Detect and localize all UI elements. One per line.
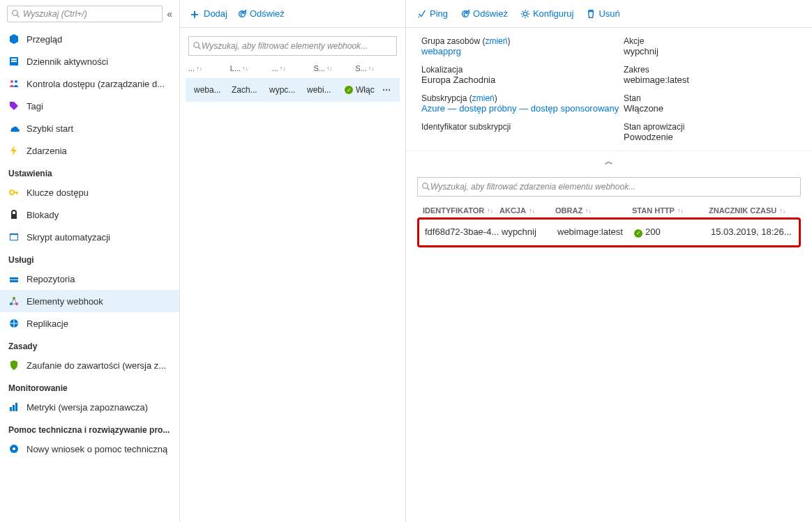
- actions-value: wypchnij: [624, 46, 797, 56]
- nav-content-trust[interactable]: Zaufanie do zawartości (wersja z...: [0, 354, 179, 376]
- section-services: Usługi: [0, 248, 179, 268]
- event-image: webimage:latest: [557, 227, 634, 237]
- svg-rect-12: [10, 235, 17, 240]
- nav-quickstart[interactable]: Szybki start: [0, 117, 179, 139]
- nav-locks[interactable]: Blokady: [0, 204, 179, 226]
- tag-icon: [8, 100, 20, 112]
- webhook-icon: [8, 295, 20, 307]
- ping-icon: [417, 9, 427, 19]
- lock-icon: [8, 209, 20, 220]
- section-policies: Zasady: [0, 335, 179, 354]
- ping-button[interactable]: Ping: [417, 8, 448, 19]
- people-icon: [8, 78, 20, 89]
- nav-access-keys[interactable]: Klucze dostępu: [0, 181, 179, 204]
- subscription-value[interactable]: Azure — dostęp próbny — dostęp sponsorow…: [421, 103, 624, 114]
- status-ok-icon: ✓: [345, 86, 353, 94]
- webhooks-table-header: ...↑↓ L...↑↓ ...↑↓ S...↑↓ S...↑↓: [180, 64, 405, 72]
- subid-label: Identyfikator subskrypcji: [421, 122, 624, 132]
- svg-line-25: [199, 47, 201, 49]
- event-action: wypchnij: [502, 227, 557, 237]
- svg-point-28: [423, 183, 428, 189]
- refresh-detail-button[interactable]: Odśwież: [460, 8, 508, 19]
- collapse-props-icon[interactable]: ︽: [406, 151, 812, 171]
- state-label: Stan: [624, 93, 797, 103]
- svg-line-1: [17, 15, 20, 17]
- svg-point-24: [194, 43, 200, 48]
- events-filter-input[interactable]: Wyszukaj, aby filtrować zdarzenia elemen…: [417, 177, 801, 197]
- resource-group-value[interactable]: webapprg: [421, 46, 624, 56]
- svg-rect-21: [15, 403, 17, 411]
- nav-activity-log[interactable]: Dziennik aktywności: [0, 50, 179, 72]
- nav-new-support[interactable]: Nowy wniosek o pomoc techniczną: [0, 438, 179, 460]
- cube-icon: [8, 33, 20, 45]
- repo-icon: [8, 273, 20, 284]
- change-rg-link[interactable]: zmień: [485, 36, 507, 46]
- section-support: Pomoc techniczna i rozwiązywanie pro...: [0, 418, 179, 438]
- highlighted-event-row: fdf68d72-3bae-4... wypchnij webimage:lat…: [417, 217, 801, 247]
- nav-tags[interactable]: Tagi: [0, 95, 179, 117]
- section-settings: Ustawienia: [0, 162, 179, 181]
- svg-point-26: [419, 16, 420, 17]
- webhook-detail-panel: Ping Odśwież Konfiguruj Usuń Grupa zasob…: [406, 0, 812, 522]
- svg-point-5: [10, 80, 13, 83]
- script-icon: [8, 231, 20, 243]
- webhook-row[interactable]: weba... Zach... wypc... webi... ✓Włąc ⋯: [186, 78, 400, 102]
- support-icon: [8, 443, 20, 454]
- refresh-icon: [237, 9, 247, 19]
- webhooks-list-panel: ＋Dodaj Odśwież Wyszukaj, aby filtrować e…: [180, 0, 406, 522]
- nav-access-control[interactable]: Kontrola dostępu (zarządzanie d...: [0, 72, 179, 95]
- log-icon: [8, 56, 20, 67]
- search-icon: [422, 183, 430, 191]
- nav-replications[interactable]: Replikacje: [0, 312, 179, 335]
- resource-group-label: Grupa zasobów (zmień): [421, 36, 624, 46]
- event-status: ✓200: [634, 227, 711, 238]
- add-button[interactable]: ＋Dodaj: [188, 6, 227, 22]
- nav-metrics[interactable]: Metryki (wersja zapoznawcza): [0, 396, 179, 418]
- svg-line-29: [428, 188, 430, 190]
- event-id: fdf68d72-3bae-4...: [425, 227, 502, 237]
- scope-value: webimage:latest: [624, 75, 797, 85]
- nav-webhooks[interactable]: Elementy webhook: [0, 290, 179, 312]
- nav-overview[interactable]: Przegląd: [0, 28, 179, 50]
- delete-button[interactable]: Usuń: [586, 8, 619, 19]
- svg-rect-13: [10, 277, 18, 279]
- svg-rect-10: [11, 214, 17, 219]
- trash-icon: [586, 9, 596, 19]
- location-value: Europa Zachodnia: [421, 75, 624, 85]
- key-icon: [8, 187, 20, 198]
- svg-rect-19: [10, 407, 12, 411]
- scope-label: Zakres: [624, 65, 797, 75]
- event-row[interactable]: fdf68d72-3bae-4... wypchnij webimage:lat…: [419, 220, 799, 245]
- search-icon: [193, 42, 202, 50]
- gear-icon: [520, 9, 530, 19]
- shield-icon: [8, 360, 20, 371]
- svg-point-0: [13, 10, 18, 16]
- refresh-icon: [460, 9, 470, 19]
- chart-icon: [8, 401, 20, 413]
- svg-point-23: [13, 447, 15, 450]
- refresh-button[interactable]: Odśwież: [237, 8, 285, 19]
- provisioning-value: Powodzenie: [624, 132, 797, 142]
- state-value: Włączone: [624, 103, 797, 114]
- search-icon: [12, 10, 20, 18]
- bolt-icon: [8, 145, 20, 156]
- location-label: Lokalizacja: [421, 65, 624, 75]
- svg-rect-3: [11, 59, 17, 60]
- sidebar-search[interactable]: Wyszukaj (Ctrl+/): [7, 6, 163, 22]
- svg-point-6: [15, 80, 17, 83]
- event-timestamp: 15.03.2019, 18:26...: [711, 227, 793, 237]
- webhook-filter-input[interactable]: Wyszukaj, aby filtrować elementy webhook…: [188, 36, 397, 56]
- change-sub-link[interactable]: zmień: [472, 93, 495, 103]
- cloud-icon: [8, 123, 20, 134]
- section-monitoring: Monitorowanie: [0, 376, 179, 396]
- nav-automation-script[interactable]: Skrypt automatyzacji: [0, 226, 179, 248]
- subscription-label: Subskrypcja (zmień): [421, 93, 624, 103]
- collapse-sidebar-icon[interactable]: «: [167, 8, 172, 20]
- row-menu-icon[interactable]: ⋯: [382, 85, 391, 95]
- svg-rect-14: [10, 280, 18, 282]
- nav-repositories[interactable]: Repozytoria: [0, 268, 179, 290]
- nav-events[interactable]: Zdarzenia: [0, 139, 179, 162]
- configure-button[interactable]: Konfiguruj: [520, 8, 574, 19]
- provisioning-label: Stan aprowizacji: [624, 122, 797, 132]
- svg-point-27: [523, 12, 527, 15]
